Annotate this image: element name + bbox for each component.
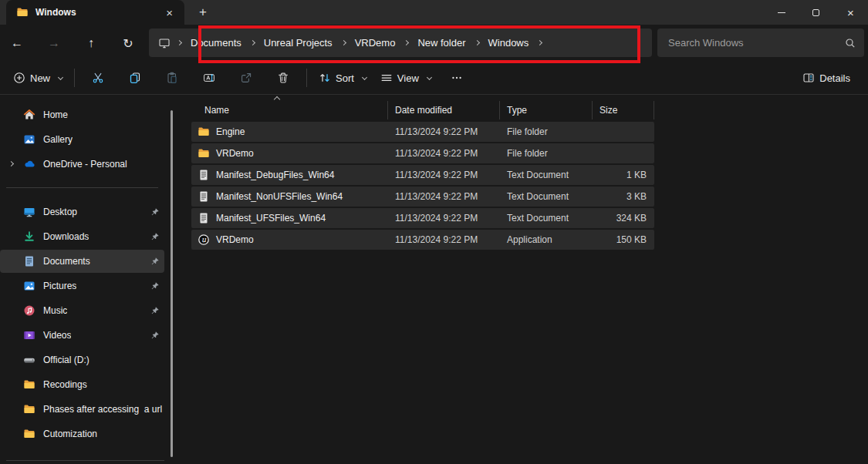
file-name-cell: Manifest_UFSFiles_Win64 xyxy=(191,212,388,224)
file-row-manifest-nonufsfiles-win64[interactable]: Manifest_NonUFSFiles_Win6411/13/2024 9:2… xyxy=(191,187,654,207)
titlebar: Windows × + × xyxy=(0,0,868,25)
view-button[interactable]: View xyxy=(373,65,438,91)
sidebar-scrollbar[interactable] xyxy=(171,110,173,457)
file-row-engine[interactable]: Engine11/13/2024 9:22 PMFile folder xyxy=(191,122,654,142)
sidebar-item-label: Official (D:) xyxy=(43,355,90,365)
file-type: Text Document xyxy=(500,213,593,224)
navigation-bar: ← → ↑ ↻ DocumentsUnreal ProjectsVRDemoNe… xyxy=(0,25,868,62)
tab-close-icon[interactable]: × xyxy=(162,5,177,20)
pin-icon xyxy=(150,281,160,291)
pin-icon xyxy=(150,257,160,266)
breadcrumb-item-vrdemo[interactable]: VRDemo xyxy=(348,34,403,52)
rename-button[interactable] xyxy=(191,65,228,91)
back-button[interactable]: ← xyxy=(5,31,29,55)
sidebar-item-pictures[interactable]: Pictures xyxy=(0,274,164,298)
sidebar-item-label: Documents xyxy=(43,256,90,267)
file-type: File folder xyxy=(500,126,593,137)
close-button[interactable]: × xyxy=(833,0,868,25)
sidebar-item-label: Videos xyxy=(43,330,71,341)
sidebar-item-onedrive-personal[interactable]: OneDrive - Personal xyxy=(0,153,164,176)
share-icon xyxy=(240,72,252,84)
minimize-icon xyxy=(778,12,785,13)
column-header-label: Type xyxy=(507,105,527,116)
breadcrumb-item-new-folder[interactable]: New folder xyxy=(410,34,472,52)
minimize-button[interactable] xyxy=(764,0,799,25)
sidebar-item-label: Phases after accessing a url xyxy=(43,404,162,415)
up-button[interactable]: ↑ xyxy=(79,31,103,55)
music-icon xyxy=(23,304,35,317)
sidebar-item-label: Desktop xyxy=(43,207,77,217)
view-button-label: View xyxy=(397,72,419,84)
rename-icon xyxy=(203,72,215,84)
sidebar-item-label: Gallery xyxy=(43,134,73,145)
column-header-type[interactable]: Type xyxy=(500,101,593,119)
chevron-right-icon[interactable] xyxy=(8,161,14,166)
column-header-date-modified[interactable]: Date modified xyxy=(388,101,500,119)
pin-icon xyxy=(150,207,160,217)
sidebar-item-desktop[interactable]: Desktop xyxy=(0,200,164,224)
chevron-right-icon[interactable] xyxy=(404,40,409,45)
chevron-right-icon[interactable] xyxy=(177,40,182,45)
file-name: Manifest_UFSFiles_Win64 xyxy=(216,213,326,224)
breadcrumb-item-windows[interactable]: Windows xyxy=(481,34,536,52)
file-row-vrdemo[interactable]: uVRDemo11/13/2024 9:22 PMApplication150 … xyxy=(191,230,654,250)
new-tab-button[interactable]: + xyxy=(191,2,214,23)
sidebar-item-official-d[interactable]: Official (D:) xyxy=(0,348,164,372)
delete-button[interactable] xyxy=(265,65,302,91)
file-row-manifest-debugfiles-win64[interactable]: Manifest_DebugFiles_Win6411/13/2024 9:22… xyxy=(191,165,654,185)
paste-button[interactable] xyxy=(154,65,191,91)
chevron-right-icon[interactable] xyxy=(537,40,542,45)
sidebar-item-recodings[interactable]: Recodings xyxy=(0,373,164,396)
explorer-tab[interactable]: Windows × xyxy=(6,0,184,25)
file-row-manifest-ufsfiles-win64[interactable]: Manifest_UFSFiles_Win6411/13/2024 9:22 P… xyxy=(191,208,654,228)
sidebar-item-gallery[interactable]: Gallery xyxy=(0,128,164,151)
folder-icon xyxy=(23,428,35,440)
refresh-button[interactable]: ↻ xyxy=(116,31,140,55)
column-header-name[interactable]: Name xyxy=(191,101,388,119)
chevron-right-icon[interactable] xyxy=(341,40,346,45)
search-icon[interactable] xyxy=(844,37,856,49)
maximize-button[interactable] xyxy=(799,0,833,25)
forward-button[interactable]: → xyxy=(42,31,66,55)
sidebar-item-home[interactable]: Home xyxy=(0,103,164,126)
file-list-pane: NameDate modifiedTypeSize Engine11/13/20… xyxy=(180,95,868,464)
file-date: 11/13/2024 9:22 PM xyxy=(388,191,500,202)
file-type: Application xyxy=(500,234,593,245)
share-button[interactable] xyxy=(228,65,265,91)
column-header-size[interactable]: Size xyxy=(593,101,654,119)
breadcrumb-item-documents[interactable]: Documents xyxy=(184,34,248,52)
search-box[interactable] xyxy=(657,29,864,57)
column-header-label: Size xyxy=(599,105,617,116)
sidebar-item-videos[interactable]: Videos xyxy=(0,324,164,347)
sidebar-item-documents[interactable]: Documents xyxy=(0,250,164,273)
file-type: File folder xyxy=(500,148,593,159)
sidebar-item-downloads[interactable]: Downloads xyxy=(0,225,164,248)
file-row-vrdemo[interactable]: VRDemo11/13/2024 9:22 PMFile folder xyxy=(191,143,654,163)
details-button[interactable]: Details xyxy=(795,65,857,91)
file-date: 11/13/2024 9:22 PM xyxy=(388,148,500,159)
command-toolbar: New Sort View Details xyxy=(0,62,868,95)
chevron-down-icon xyxy=(362,74,367,79)
sidebar: HomeGalleryOneDrive - PersonalDesktopDow… xyxy=(0,95,180,464)
new-button[interactable]: New xyxy=(6,65,69,91)
sidebar-item-phases-after-accessing-a-url[interactable]: Phases after accessing a url xyxy=(0,398,164,421)
file-name: Manifest_NonUFSFiles_Win64 xyxy=(216,191,343,202)
breadcrumb-item-unreal-projects[interactable]: Unreal Projects xyxy=(257,34,339,52)
search-input[interactable] xyxy=(668,37,844,49)
cut-button[interactable] xyxy=(79,65,117,91)
address-bar[interactable]: DocumentsUnreal ProjectsVRDemoNew folder… xyxy=(149,29,652,57)
folder-icon xyxy=(23,403,35,415)
sort-button[interactable]: Sort xyxy=(312,65,373,91)
sidebar-item-music[interactable]: Music xyxy=(0,299,164,322)
more-options-button[interactable] xyxy=(438,65,475,91)
file-name-cell: Manifest_DebugFiles_Win64 xyxy=(191,169,388,181)
sidebar-item-label: Recodings xyxy=(43,379,87,390)
sidebar-item-cutomization[interactable]: Cutomization xyxy=(0,422,164,446)
this-pc-icon[interactable] xyxy=(158,37,171,49)
svg-text:u: u xyxy=(201,235,207,244)
copy-button[interactable] xyxy=(117,65,154,91)
file-name-cell: uVRDemo xyxy=(191,234,388,246)
sidebar-item-label: Home xyxy=(43,109,68,120)
chevron-right-icon[interactable] xyxy=(250,40,255,45)
chevron-right-icon[interactable] xyxy=(474,40,479,45)
